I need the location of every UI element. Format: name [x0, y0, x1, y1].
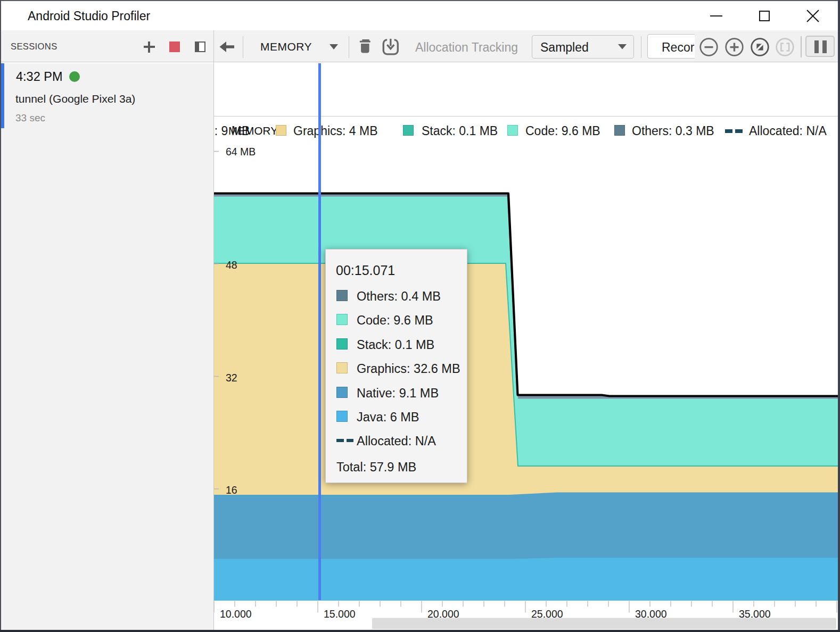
- svg-text:35.000: 35.000: [739, 608, 771, 619]
- svg-text:15.000: 15.000: [324, 608, 356, 619]
- svg-text:25.000: 25.000: [531, 608, 563, 619]
- svg-text:48: 48: [226, 259, 237, 271]
- svg-text:20.000: 20.000: [427, 608, 459, 619]
- svg-text:10.000: 10.000: [220, 608, 252, 619]
- svg-text:64 MB: 64 MB: [226, 145, 256, 157]
- svg-text:16: 16: [226, 484, 237, 496]
- svg-text:32: 32: [226, 371, 237, 383]
- svg-text:30.000: 30.000: [635, 608, 667, 619]
